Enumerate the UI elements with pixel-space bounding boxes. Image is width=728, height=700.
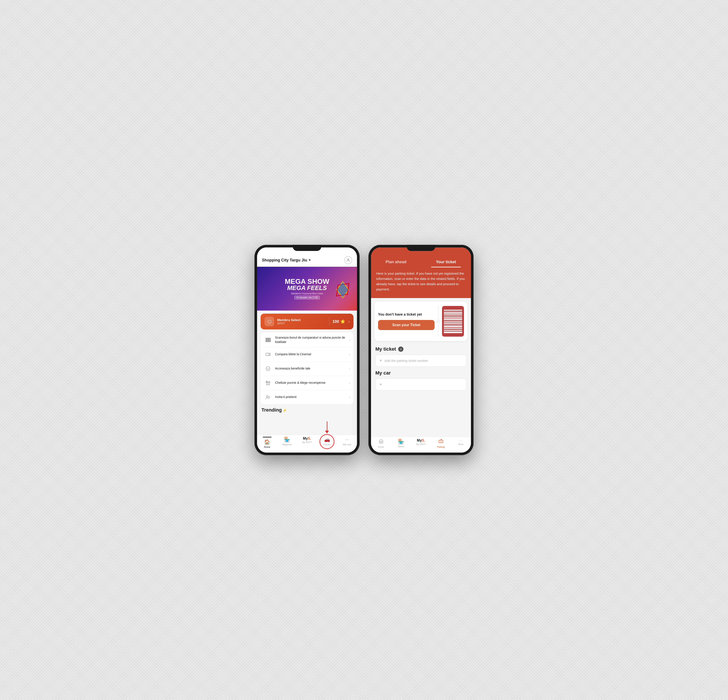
ticket-card-area[interactable]: You don't have a ticket yet Scan your Ti… <box>374 302 467 341</box>
tabs-row: Plan ahead Your ticket <box>371 256 471 268</box>
loyalty-divider <box>329 318 329 325</box>
phone-1-screen: Shopping City Targu Jiu MEGA SHOW MEGA <box>257 247 357 453</box>
nav-myspot-label: My SPOT <box>302 441 312 444</box>
nav2-stores-icon: 🏪 <box>398 439 404 444</box>
banner-decoration <box>333 280 350 297</box>
my-ticket-title-row: My ticket i <box>376 346 467 352</box>
scan-ticket-button[interactable]: Scan your Ticket <box>378 320 435 330</box>
nav-magazine-label: Magazine <box>282 443 292 446</box>
loyalty-info: Membru Select SPOT <box>277 318 326 325</box>
menu-rewards-chevron: › <box>349 381 350 385</box>
cinema-icon <box>264 350 272 358</box>
chevron-down-icon <box>309 259 311 261</box>
nav2-parking-label: Parking <box>437 446 445 448</box>
svg-rect-4 <box>266 338 266 342</box>
my-car-section: My car + <box>371 369 471 390</box>
nav2-item-parking[interactable]: Parking <box>431 439 451 448</box>
car-plus-icon: + <box>380 382 382 387</box>
loyalty-points: 100 ⭐ <box>332 319 345 324</box>
banner-subtitle: Sărbătorim împreună Mica Unirei <box>285 292 329 295</box>
nav-item-home[interactable]: 🏠 Acasa <box>257 437 277 448</box>
nav-item-myspot[interactable]: MyS. My SPOT <box>297 437 317 448</box>
menu-scan-chevron: › <box>349 338 350 342</box>
menu-cinema-chevron: › <box>349 353 350 356</box>
svg-rect-9 <box>270 338 271 342</box>
loyalty-card[interactable]: ⬡ Membru Select SPOT 100 ⭐ › <box>261 314 354 330</box>
menu-item-cinema[interactable]: Cumpara bilete la Cinema! › <box>261 347 354 362</box>
nav-item-more[interactable]: ··· Mai mult <box>337 437 357 448</box>
menu-item-invite[interactable]: Invita-ti prietenii › <box>261 390 354 404</box>
trending-icon: ⚡ <box>283 408 287 412</box>
menu-scan-text: Scaneaza bonul de cumparaturi si aduna p… <box>275 336 346 344</box>
menu-invite-chevron: › <box>349 395 350 399</box>
home-icon: 🏠 <box>264 439 270 445</box>
plus-icon: + <box>380 358 382 363</box>
nav2-more-icon: ··· <box>459 439 463 442</box>
banner-date: 24 ianuarie, ora 17:00 <box>294 296 319 299</box>
loyalty-title: Membru Select <box>277 318 326 322</box>
loyalty-chevron-icon: › <box>348 319 350 324</box>
svg-rect-12 <box>266 382 270 382</box>
menu-item-benefits[interactable]: Acceseaza beneficiile tale › <box>261 362 354 376</box>
banner-content: MEGA SHOW MEGA feels Sărbătorim împreună… <box>285 278 329 299</box>
menu-item-rewards[interactable]: Cheltuie puncte & Alege recompense › <box>261 376 354 390</box>
phone2-content: Plan ahead Your ticket Here is your park… <box>371 247 471 453</box>
tab-plan-ahead[interactable]: Plan ahead <box>371 256 421 268</box>
nav2-item-more[interactable]: ··· More <box>451 439 471 448</box>
phone-2-screen: Plan ahead Your ticket Here is your park… <box>371 247 471 453</box>
ticket-barcode <box>442 306 464 337</box>
nav2-item-myspot[interactable]: MyS. My SPOT <box>411 439 431 448</box>
menu-benefits-chevron: › <box>349 367 350 370</box>
nav-more-label: Mai mult <box>343 443 351 446</box>
myspot-nav2-text: MyS. <box>417 439 425 442</box>
nav2-home-icon <box>379 439 384 445</box>
barcode-icon <box>264 336 272 344</box>
phone2-scroll: You don't have a ticket yet Scan your Ti… <box>371 298 471 437</box>
svg-marker-3 <box>337 282 348 297</box>
svg-rect-8 <box>269 338 270 342</box>
trending-title: Trending <box>261 407 282 413</box>
nav-home-label: Acasa <box>264 446 270 448</box>
arrow-head-icon <box>325 431 329 434</box>
nav-item-parcare[interactable]: 🚗 Parcare <box>317 437 337 448</box>
svg-rect-7 <box>269 338 269 342</box>
header-title-row[interactable]: Shopping City Targu Jiu <box>262 258 311 263</box>
notch-2 <box>407 245 435 251</box>
nav-item-magazine[interactable]: 🏪 Magazine <box>277 437 297 448</box>
menu-cinema-text: Cumpara bilete la Cinema! <box>275 352 346 357</box>
menu-item-scan[interactable]: Scaneaza bonul de cumparaturi si aduna p… <box>261 333 354 347</box>
menu-rewards-text: Cheltuie puncte & Alege recompense <box>275 381 346 385</box>
info-badge[interactable]: i <box>398 347 403 352</box>
nav2-item-stores[interactable]: 🏪 Stores <box>391 439 411 448</box>
promo-banner[interactable]: MEGA SHOW MEGA feels Sărbătorim împreună… <box>257 267 357 311</box>
stores-icon: 🏪 <box>284 437 290 443</box>
arrow-indicator <box>325 421 329 434</box>
invite-icon <box>264 393 272 401</box>
my-car-title: My car <box>376 370 391 376</box>
tab-your-ticket[interactable]: Your ticket <box>421 256 471 268</box>
notch-1 <box>293 245 321 251</box>
ticket-number-placeholder: Add the parking ticket number <box>384 359 428 363</box>
user-profile-button[interactable] <box>344 256 352 264</box>
svg-rect-6 <box>267 338 268 342</box>
nav2-parking-icon <box>439 439 443 445</box>
svg-rect-10 <box>266 353 269 356</box>
ticket-description: Here is your parking ticket. If you have… <box>371 268 471 298</box>
my-car-input[interactable]: + <box>376 379 467 390</box>
ticket-notch-circle <box>436 319 441 324</box>
menu-list: Scaneaza bonul de cumparaturi si aduna p… <box>261 333 354 404</box>
nav2-stores-label: Stores <box>398 445 404 448</box>
svg-point-11 <box>266 367 270 370</box>
banner-line2: MEGA feels <box>285 285 329 291</box>
more-icon: ··· <box>345 437 349 443</box>
nav2-more-label: More <box>458 443 464 445</box>
nav-parcare-label: Parcare <box>323 443 331 446</box>
svg-rect-5 <box>267 338 267 342</box>
ticket-number-input[interactable]: + Add the parking ticket number <box>376 354 467 367</box>
my-ticket-title: My ticket <box>376 346 396 352</box>
banner-line1: MEGA SHOW <box>285 278 329 285</box>
nav2-item-home[interactable]: Home <box>371 439 391 448</box>
menu-invite-text: Invita-ti prietenii <box>275 395 346 399</box>
phone1-bottom-nav: 🏠 Acasa 🏪 Magazine MyS. My SPOT 🚗 Parcar… <box>257 435 357 453</box>
phone-2: Plan ahead Your ticket Here is your park… <box>368 245 474 455</box>
